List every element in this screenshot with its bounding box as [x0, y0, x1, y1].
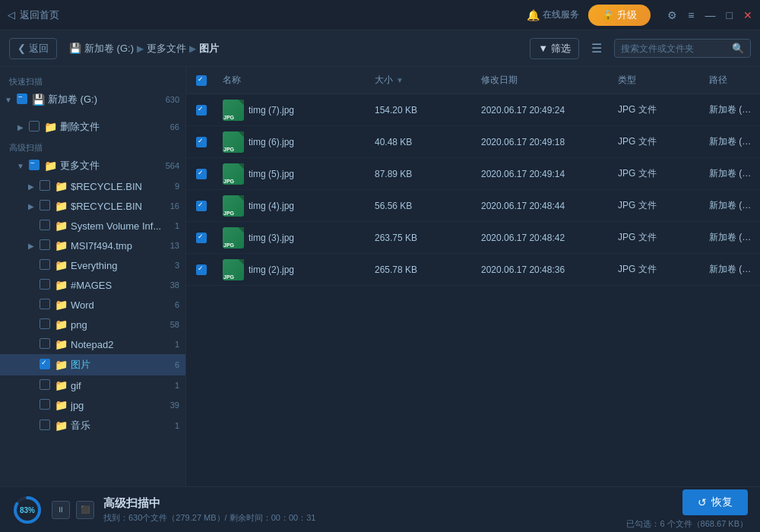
- label-music: 音乐: [71, 419, 170, 432]
- table-row[interactable]: JPG timg (2).jpg 265.78 KB 2020.06.17 20…: [186, 254, 760, 286]
- table-row[interactable]: JPG timg (5).jpg 87.89 KB 2020.06.17 20:…: [186, 158, 760, 190]
- sidebar-item-notepad2[interactable]: 📁 Notepad2 1: [0, 334, 185, 354]
- header-size[interactable]: 大小 ▼: [369, 74, 475, 87]
- filter-icon: ▼: [538, 43, 548, 54]
- breadcrumb-arrow-1: ▶: [137, 43, 144, 54]
- row-checkbox-1[interactable]: [196, 137, 207, 147]
- breadcrumb-item-1[interactable]: 更多文件: [147, 42, 186, 55]
- header-checkbox-cell: [186, 75, 217, 86]
- checkbox-everything[interactable]: [40, 259, 50, 270]
- row-name-3: JPG timg (4).jpg: [217, 195, 369, 217]
- row-checkbox-cell-2: [186, 169, 217, 179]
- scan-detail: 找到：630个文件（279.27 MB）/ 剩余时间：00：00：31: [103, 512, 617, 524]
- checkbox-png[interactable]: [40, 318, 50, 329]
- row-checkbox-5[interactable]: [196, 264, 207, 275]
- checkbox-pictures[interactable]: [40, 359, 50, 369]
- stop-button[interactable]: ⬛: [76, 501, 94, 519]
- header-date: 修改日期: [475, 74, 612, 87]
- folder-icon-music: 📁: [55, 420, 68, 432]
- row-size-5: 265.78 KB: [369, 264, 475, 275]
- back-button[interactable]: ❮ 返回: [9, 38, 57, 59]
- restore-button[interactable]: ↺ 恢复: [682, 489, 748, 515]
- folder-icon-recycle2: 📁: [55, 200, 68, 212]
- folder-icon-msi: 📁: [55, 239, 68, 252]
- checkbox-mages[interactable]: [40, 279, 50, 290]
- search-input[interactable]: [621, 43, 727, 54]
- progress-percent: 83%: [20, 505, 35, 514]
- table-row[interactable]: JPG timg (7).jpg 154.20 KB 2020.06.17 20…: [186, 94, 760, 126]
- row-type-2: JPG 文件: [612, 167, 703, 180]
- sidebar-item-word[interactable]: 📁 Word 6: [0, 295, 185, 315]
- view-menu-button[interactable]: ☰: [585, 38, 608, 59]
- pause-icon: ⏸: [57, 505, 65, 514]
- checkbox-root[interactable]: [17, 93, 27, 104]
- row-name-1: JPG timg (6).jpg: [217, 131, 369, 153]
- online-service-label: 在线服务: [543, 8, 579, 21]
- row-date-1: 2020.06.17 20:49:18: [475, 137, 612, 147]
- checkbox-jpg[interactable]: [40, 399, 50, 410]
- checkbox-gif[interactable]: [40, 379, 50, 390]
- menu-icon[interactable]: ≡: [688, 9, 694, 21]
- row-checkbox-0[interactable]: [196, 105, 207, 116]
- settings-icon[interactable]: ⚙: [667, 9, 677, 21]
- checkbox-deleted[interactable]: [29, 121, 40, 131]
- progress-circle: 83%: [12, 495, 43, 525]
- checkbox-word[interactable]: [40, 299, 50, 309]
- sidebar-item-msi[interactable]: ▶ 📁 MSI7f494.tmp 13: [0, 236, 185, 255]
- upgrade-button[interactable]: 🔒 升级: [588, 5, 651, 26]
- search-icon: 🔍: [732, 43, 744, 54]
- search-bar[interactable]: 🔍: [614, 39, 751, 58]
- row-checkbox-4[interactable]: [196, 233, 207, 243]
- back-home-button[interactable]: ◁ 返回首页: [8, 8, 59, 22]
- checkbox-notepad2[interactable]: [40, 338, 50, 349]
- row-name-0: JPG timg (7).jpg: [217, 100, 369, 121]
- count-sysvolume: 1: [175, 221, 179, 230]
- folder-icon-mages: 📁: [55, 279, 68, 291]
- row-type-1: JPG 文件: [612, 135, 703, 148]
- folder-icon-gif: 📁: [55, 379, 68, 391]
- table-row[interactable]: JPG timg (3).jpg 263.75 KB 2020.06.17 20…: [186, 222, 760, 254]
- close-button[interactable]: ✕: [743, 9, 752, 21]
- sidebar-item-everything[interactable]: 📁 Everything 3: [0, 255, 185, 275]
- checkbox-msi[interactable]: [40, 239, 50, 250]
- checkbox-more-files[interactable]: [29, 160, 40, 170]
- sidebar-item-music[interactable]: 📁 音乐 1: [0, 415, 185, 436]
- filter-button[interactable]: ▼ 筛选: [530, 38, 579, 59]
- sidebar-item-more-files[interactable]: ▼ 📁 更多文件 564: [0, 155, 185, 176]
- checkbox-recycle1[interactable]: [40, 180, 50, 191]
- sidebar-item-root[interactable]: ▼ 💾 新加卷 (G:) 630: [0, 89, 185, 110]
- statusbar: 83% ⏸ ⬛ 高级扫描中 找到：630个文件（279.27 MB）/ 剩余时间…: [0, 486, 760, 532]
- sidebar-item-recycle2[interactable]: ▶ 📁 $RECYCLE.BIN 16: [0, 196, 185, 216]
- row-name-4: JPG timg (3).jpg: [217, 227, 369, 249]
- sidebar-item-mages[interactable]: 📁 #MAGES 38: [0, 275, 185, 295]
- window-controls: ⚙ ≡ — □ ✕: [667, 9, 752, 21]
- header-checkbox[interactable]: [196, 75, 207, 86]
- sidebar-item-gif[interactable]: 📁 gif 1: [0, 375, 185, 395]
- row-checkbox-2[interactable]: [196, 169, 207, 179]
- maximize-button[interactable]: □: [727, 9, 733, 21]
- checkbox-music[interactable]: [40, 420, 50, 430]
- label-jpg: jpg: [71, 400, 166, 411]
- row-size-3: 56.56 KB: [369, 201, 475, 211]
- row-size-1: 40.48 KB: [369, 137, 475, 147]
- row-checkbox-3[interactable]: [196, 201, 207, 211]
- sidebar-item-sysvolume[interactable]: 📁 System Volume Inf... 1: [0, 216, 185, 236]
- checkbox-sysvolume[interactable]: [40, 220, 50, 230]
- checkbox-recycle2[interactable]: [40, 200, 50, 211]
- sidebar-item-jpg[interactable]: 📁 jpg 39: [0, 395, 185, 415]
- back-chevron-icon: ❮: [17, 43, 26, 54]
- breadcrumb-item-0[interactable]: 💾 新加卷 (G:): [69, 42, 134, 55]
- sidebar-item-deleted[interactable]: ▶ 📁 删除文件 66: [0, 116, 185, 138]
- table-row[interactable]: JPG timg (6).jpg 40.48 KB 2020.06.17 20:…: [186, 126, 760, 158]
- sidebar-item-pictures[interactable]: 📁 图片 6: [0, 354, 185, 375]
- drive-icon-root: 💾: [32, 93, 45, 106]
- row-date-4: 2020.06.17 20:48:42: [475, 233, 612, 243]
- sidebar-item-recycle1[interactable]: ▶ 📁 $RECYCLE.BIN 9: [0, 176, 185, 196]
- table-row[interactable]: JPG timg (4).jpg 56.56 KB 2020.06.17 20:…: [186, 190, 760, 222]
- count-recycle2: 16: [170, 201, 179, 211]
- minimize-button[interactable]: —: [705, 9, 716, 21]
- sidebar-item-png[interactable]: 📁 png 58: [0, 315, 185, 334]
- pause-button[interactable]: ⏸: [52, 501, 70, 519]
- count-more-files: 564: [166, 161, 179, 170]
- breadcrumb-item-2: 图片: [199, 42, 219, 55]
